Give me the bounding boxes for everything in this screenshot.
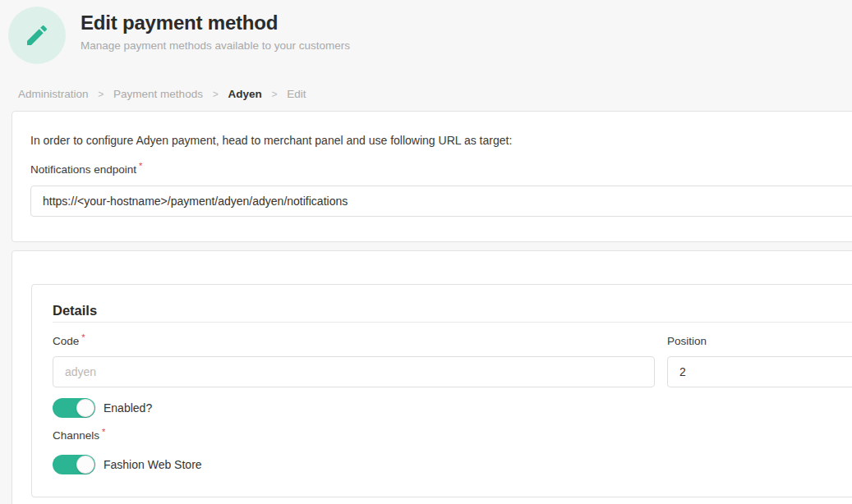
- details-panel: Details Code* Position: [31, 284, 852, 497]
- toggle-knob: [76, 456, 94, 474]
- breadcrumb-separator: >: [213, 89, 219, 100]
- required-asterisk: *: [139, 161, 142, 171]
- fashion-web-store-toggle[interactable]: [53, 455, 95, 474]
- code-label-text: Code: [53, 335, 79, 347]
- enabled-toggle[interactable]: [53, 398, 95, 418]
- channel-toggle-row: Fashion Web Store: [53, 455, 852, 474]
- notifications-endpoint-card: In order to configure Adyen payment, hea…: [12, 111, 852, 242]
- page-header: Edit payment method Manage payment metho…: [0, 0, 852, 64]
- notifications-endpoint-label-text: Notifications endpoint: [30, 163, 136, 176]
- enabled-toggle-label: Enabled?: [104, 401, 152, 415]
- channels-label-text: Channels: [53, 429, 99, 442]
- pencil-icon-badge: [8, 7, 66, 64]
- breadcrumb-separator: >: [98, 89, 104, 100]
- code-label: Code*: [53, 336, 655, 347]
- breadcrumb-separator: >: [271, 89, 277, 100]
- code-field: Code*: [53, 336, 655, 387]
- required-asterisk: *: [81, 332, 85, 342]
- details-section-title: Details: [53, 303, 852, 323]
- notifications-endpoint-input[interactable]: [30, 186, 852, 217]
- enabled-toggle-row: Enabled?: [53, 398, 852, 418]
- position-field: Position: [667, 336, 852, 387]
- header-text: Edit payment method Manage payment metho…: [81, 11, 350, 52]
- code-input[interactable]: [53, 356, 655, 387]
- page-title: Edit payment method: [81, 11, 350, 34]
- breadcrumb-adyen[interactable]: Adyen: [228, 88, 261, 100]
- required-asterisk: *: [102, 427, 105, 437]
- breadcrumb-payment-methods[interactable]: Payment methods: [113, 88, 203, 100]
- pencil-icon: [24, 22, 50, 48]
- configure-instructions-text: In order to configure Adyen payment, hea…: [30, 135, 852, 146]
- breadcrumb-edit: Edit: [287, 88, 306, 100]
- notifications-endpoint-label: Notifications endpoint*: [30, 164, 852, 176]
- payment-method-form-card: Details Code* Position: [12, 250, 852, 504]
- page-subtitle: Manage payment methods available to your…: [81, 39, 350, 52]
- position-input[interactable]: [667, 356, 852, 387]
- breadcrumb: Administration > Payment methods > Adyen…: [18, 89, 852, 100]
- edit-payment-method-page: Edit payment method Manage payment metho…: [0, 0, 852, 504]
- channels-label: Channels*: [53, 430, 852, 442]
- toggle-knob: [76, 399, 94, 417]
- code-position-row: Code* Position: [53, 336, 852, 387]
- page-content: Edit payment method Manage payment metho…: [0, 0, 852, 504]
- fashion-web-store-toggle-label: Fashion Web Store: [104, 458, 202, 471]
- position-label: Position: [667, 336, 852, 347]
- breadcrumb-administration[interactable]: Administration: [18, 88, 89, 100]
